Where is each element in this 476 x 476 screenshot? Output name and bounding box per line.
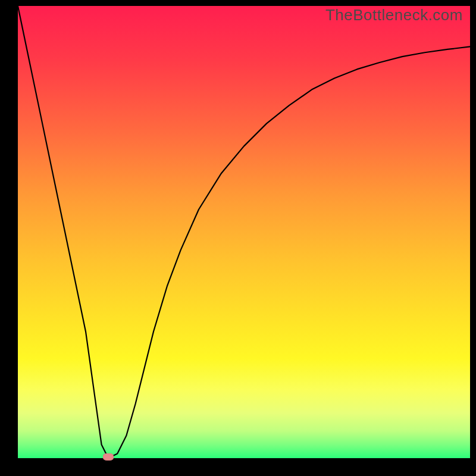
plot-area: TheBottleneck.com bbox=[18, 6, 470, 458]
chart-frame: TheBottleneck.com bbox=[0, 0, 476, 476]
bottleneck-curve bbox=[18, 6, 470, 458]
optimum-marker bbox=[103, 453, 114, 461]
